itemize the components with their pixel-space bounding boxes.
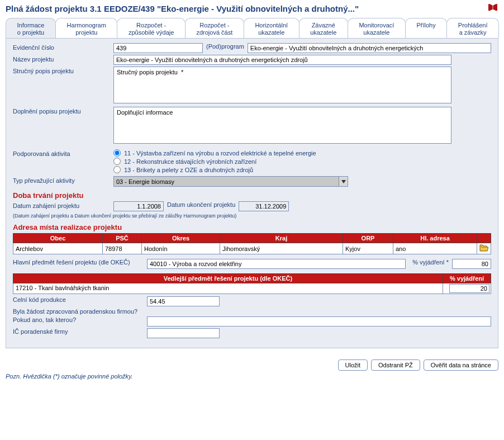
label-celni: Celní kód produkce: [13, 296, 147, 303]
table-row: Archlebov 78978 Hodonín Jihomoravský Kyj…: [13, 243, 491, 254]
save-button[interactable]: Uložit: [338, 359, 368, 371]
label-byla: Byla žádost zpracovaná poradenskou firmo…: [13, 308, 147, 315]
doba-note: (Datum zahájení projektu a Datum ukončen…: [13, 213, 491, 219]
tab-prilohy[interactable]: Přílohy: [405, 18, 447, 38]
vyjadreni-input[interactable]: [452, 259, 491, 269]
label-doplneni: Doplnění popisu projektu: [13, 107, 113, 115]
th-orp: ORP: [343, 234, 393, 243]
th-kraj: Kraj: [220, 234, 343, 243]
label-evid: Evidenční číslo: [13, 43, 113, 51]
section-doba: Doba trvání projektu: [13, 191, 491, 200]
label-strucny: Stručný popis projektu: [13, 67, 113, 74]
open-folder-icon[interactable]: [477, 243, 491, 254]
label-podpor: Podporovaná aktivita: [13, 149, 113, 157]
tab-monitorovaci[interactable]: Monitorovacíukazatele: [348, 18, 406, 38]
verify-button[interactable]: Ověřit data na stránce: [424, 359, 498, 371]
vedlejsi-row: 17210 - Tkaní bavlnářských tkanin: [13, 283, 491, 294]
label-hlavni-predmet: Hlavní předmět řešení projektu (dle OKEČ…: [13, 259, 147, 266]
th-psc: PSČ: [103, 234, 142, 243]
vedlejsi-pct-input[interactable]: [449, 284, 489, 293]
help-book-icon[interactable]: [487, 3, 498, 13]
page-title: Plná žádost projektu 3.1 EEDOZE/439 "Eko…: [6, 4, 359, 13]
hlavni-predmet-input[interactable]: [147, 259, 406, 269]
doplneni-textarea[interactable]: [113, 107, 451, 144]
nazev-input[interactable]: [113, 55, 451, 65]
zahajeni-input: [113, 201, 164, 211]
typ-select[interactable]: 03 - Energie biomasy: [113, 176, 348, 187]
label-nazev: Název projektu: [13, 55, 113, 63]
radio-12[interactable]: [113, 158, 121, 165]
tab-zavazne[interactable]: Závaznéukazatele: [299, 18, 348, 38]
evid-input[interactable]: [113, 43, 203, 53]
pokud-input[interactable]: [147, 316, 491, 327]
tab-informace[interactable]: Informaceo projektu: [6, 18, 56, 38]
th-hladresa: Hl. adresa: [393, 234, 477, 243]
tab-rozpocet-vydaje[interactable]: Rozpočet -způsobilé výdaje: [117, 18, 185, 38]
label-podprogram: (Pod)program: [203, 43, 248, 50]
strucny-textarea[interactable]: [113, 67, 451, 103]
radio-11[interactable]: [113, 149, 121, 157]
label-ukonceni: Datum ukončení projektu: [164, 201, 239, 208]
th-action: [477, 234, 491, 243]
tab-harmonogram[interactable]: Harmonogramprojektu: [55, 18, 117, 38]
ic-input[interactable]: [147, 328, 220, 338]
label-vyjadreni: % vyjádření *: [409, 259, 452, 266]
label-pokud: Pokud ano, tak kterou?: [13, 316, 147, 323]
tab-rozpocet-zdroj[interactable]: Rozpočet -zdrojová část: [185, 18, 244, 38]
celni-input[interactable]: [147, 296, 220, 306]
radio-13[interactable]: [113, 166, 121, 173]
tabs: Informaceo projektu Harmonogramprojektu …: [6, 18, 498, 38]
label-typ: Typ převažující aktivity: [13, 176, 113, 184]
vedlejsi-header: Vedlejší předmět řešení projektu (dle OK…: [13, 273, 491, 283]
section-adresa: Adresa místa realizace projektu: [13, 223, 491, 231]
th-okres: Okres: [142, 234, 220, 243]
podprogram-input[interactable]: [248, 43, 491, 53]
th-obec: Obec: [13, 234, 103, 243]
label-ic: IČ poradenské firmy: [13, 328, 147, 335]
delete-button[interactable]: Odstranit PŽ: [371, 359, 420, 371]
footnote: Pozn. Hvězdička (*) označuje povinné pol…: [0, 373, 504, 385]
tab-horizontalni[interactable]: Horizontálníukazatele: [244, 18, 299, 38]
address-table: Obec PSČ Okres Kraj ORP Hl. adresa Archl…: [13, 233, 491, 254]
svg-marker-0: [341, 180, 346, 183]
chevron-down-icon[interactable]: [339, 177, 348, 186]
form-panel: Evidenční číslo (Pod)program Název proje…: [6, 38, 498, 348]
ukonceni-input: [239, 201, 289, 211]
tab-prohlaseni[interactable]: Prohlášenía závazky: [446, 18, 499, 38]
label-zahajeni: Datum zahájení projektu: [13, 201, 113, 209]
